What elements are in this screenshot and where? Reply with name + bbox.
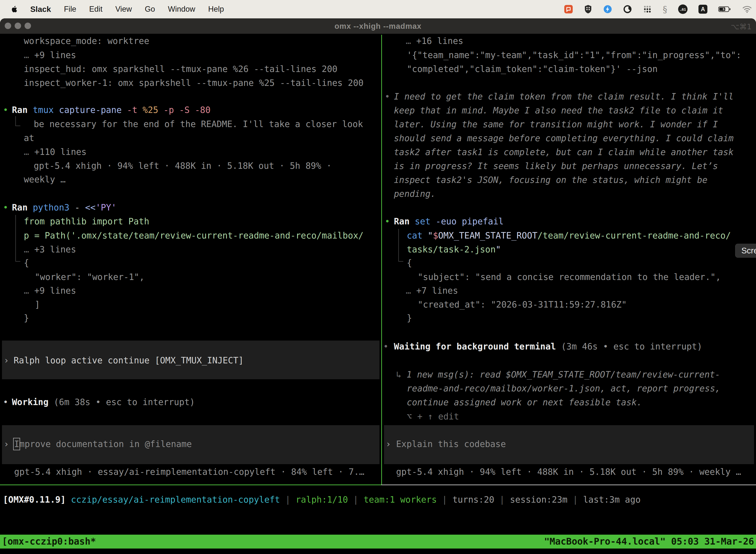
omx-status-line: [OMX#0.11.9] cczip/essay/ai-reimplementa…: [3, 493, 641, 507]
terminal-line-left-pane: workspace_mode: worktree: [24, 34, 149, 48]
terminal-line-right-pane: cat "$OMX_TEAM_STATE_ROOT/team/review-cu…: [407, 229, 731, 242]
tmux-status-bar: [omx-cczip0:bash* "MacBook-Pro-44.local"…: [0, 535, 756, 549]
terminal-line-left-pane: at: [24, 131, 34, 145]
menu-app-name[interactable]: Slack: [30, 5, 51, 14]
input-source-icon[interactable]: A: [698, 5, 707, 14]
terminal-line-right-pane: inspect task2's JSON, focusing on the st…: [394, 173, 707, 187]
terminal-line-right-pane: •: [385, 90, 390, 104]
terminal-line-left-pane: p = Path('.omx/state/team/review-current…: [24, 229, 364, 242]
terminal-line-left-pane: ]: [35, 297, 40, 312]
terminal-line-right-pane: continue assigned work or next feasible …: [407, 395, 642, 409]
terminal-line-right-pane: ⌥ + ↑ edit: [407, 409, 459, 424]
terminal-line-left-pane: be necessary for the end of the README. …: [34, 117, 363, 131]
circle-61-icon[interactable]: ..61: [678, 4, 688, 14]
terminal-line-left-pane: inspect_worker-1: omx sparkshell --tmux-…: [24, 76, 364, 90]
notice-prompt-icon: ›: [4, 353, 9, 367]
menu-item-go[interactable]: Go: [145, 5, 155, 14]
menu-bar: Slack File Edit View Go Window Help: [0, 0, 756, 18]
terminal-line-right-pane: readme-and-reco/mailbox/worker-1.json, a…: [407, 382, 720, 395]
traffic-light-minimize[interactable]: [15, 22, 21, 29]
terminal-line-right-pane: … +16 lines: [406, 34, 463, 48]
terminal-line-right-pane: should send a message before completing …: [394, 131, 734, 145]
terminal-line-left-pane: Ran tmux capture-pane -t %25 -p -S -80: [12, 103, 210, 117]
grid-dots-icon[interactable]: [643, 5, 652, 14]
wifi-icon[interactable]: [742, 5, 752, 13]
apple-menu-icon[interactable]: [10, 5, 17, 13]
terminal-line-left-pane: {: [24, 256, 29, 270]
terminal-line-left-pane: from pathlib import Path: [24, 214, 149, 228]
terminal-line-left-pane: Ran python3 - <<'PY': [12, 201, 116, 214]
spark-badge-icon[interactable]: [603, 5, 612, 14]
text-cursor: [13, 438, 20, 450]
s-curve-icon[interactable]: §: [663, 4, 667, 14]
terminal-line-right-pane: tasks/task-2.json": [407, 242, 501, 257]
terminal-line-right-pane: pending.: [394, 187, 436, 201]
indent-guide-elbow: [15, 215, 20, 262]
menu-item-file[interactable]: File: [64, 5, 76, 14]
right-input-placeholder[interactable]: Explain this codebase: [396, 437, 506, 451]
menu-item-help[interactable]: Help: [208, 5, 224, 14]
indent-guide-elbow: [15, 116, 20, 126]
terminal-line-right-pane: •: [383, 340, 388, 353]
terminal-line-left-pane: … +110 lines: [24, 145, 86, 159]
terminal-line-right-pane: … +7 lines: [406, 284, 458, 297]
window-title: omx --xhigh --madmax: [334, 22, 422, 31]
terminal-line-left-pane: weekly …: [24, 172, 66, 186]
terminal-line-left-pane: •: [3, 395, 8, 409]
screenshot-tooltip: Scre: [735, 244, 756, 258]
terminal-line-left-pane: inspect_hud: omx sparkshell --tmux-pane …: [24, 62, 337, 76]
inactive-pane-border: [381, 485, 756, 485]
terminal-line-left-pane: gpt-5.4 xhigh · essay/ai-reimplementatio…: [14, 465, 364, 479]
menu-item-edit[interactable]: Edit: [89, 5, 103, 14]
terminal-line-right-pane: Ran set -euo pipefail: [394, 214, 504, 228]
menu-status-icons: § ..61 A: [564, 4, 756, 14]
terminal-line-right-pane: {: [407, 256, 412, 270]
traffic-light-close[interactable]: [5, 22, 11, 29]
terminal-line-right-pane: Waiting for background terminal (3m 46s …: [394, 340, 702, 353]
terminal-line-right-pane: later. Using the same for transition mig…: [394, 117, 718, 131]
terminal-line-right-pane: "completed","claim_token":"claim-token"}…: [407, 62, 657, 76]
tmux-session-label: [omx-cczip0:bash*: [2, 535, 96, 549]
shield-icon[interactable]: [584, 4, 592, 14]
terminal-line-right-pane: task2 after task1 is complete, but can I…: [394, 145, 734, 159]
menu-item-view[interactable]: View: [115, 5, 132, 14]
prompt-chevron-icon: ›: [4, 437, 9, 451]
menu-item-window[interactable]: Window: [168, 5, 195, 14]
prompt-chevron-icon: ›: [386, 437, 391, 451]
ralph-loop-notice: Ralph loop active continue [OMX_TMUX_INJ…: [14, 353, 244, 367]
moon-icon[interactable]: [623, 5, 632, 14]
terminal-line-right-pane: keep that in mind. Maybe I also need the…: [394, 104, 723, 117]
terminal-line-left-pane: … +9 lines: [24, 284, 76, 297]
terminal-line-left-pane: •: [3, 103, 8, 117]
terminal-line-right-pane: "created_at": "2026-03-31T11:59:27.816Z": [418, 297, 627, 312]
tmux-host-clock: "MacBook-Pro-44.local" 05:03 31-Mar-26: [544, 535, 754, 549]
window-shortcut-hint: ⌥⌘1: [731, 22, 752, 31]
terminal-line-right-pane: gpt-5.4 xhigh · 94% left · 488K in · 5.1…: [396, 465, 741, 479]
left-input-placeholder[interactable]: Improve documentation in @filename: [14, 437, 192, 451]
tmux-pane-divider[interactable]: [381, 35, 382, 485]
terminal-line-left-pane: "worker": "worker-1",: [35, 270, 145, 284]
traffic-light-zoom[interactable]: [24, 22, 31, 29]
terminal-line-left-pane: Working (6m 38s • esc to interrupt): [12, 395, 195, 409]
chat-app-icon[interactable]: [564, 5, 573, 14]
terminal-line-left-pane: … +9 lines: [24, 48, 76, 62]
indent-guide-elbow: [398, 229, 403, 262]
terminal-line-right-pane: is in progress? It seems likely but perh…: [394, 159, 718, 173]
terminal-line-right-pane: '{"team_name":"my-team","task_id":"1","f…: [407, 48, 741, 62]
terminal-line-left-pane: }: [24, 311, 29, 325]
terminal-line-right-pane: }: [407, 311, 412, 325]
terminal-line-left-pane: … +3 lines: [24, 242, 76, 257]
terminal-line-right-pane: I need to get the claim token from the c…: [394, 90, 734, 104]
terminal-line-left-pane: •: [3, 201, 8, 214]
terminal-line-left-pane: gpt-5.4 xhigh · 94% left · 488K in · 5.1…: [34, 159, 332, 173]
terminal-line-right-pane: ↳ 1 new msg(s): read $OMX_TEAM_STATE_ROO…: [396, 368, 720, 382]
battery-icon[interactable]: [718, 6, 731, 12]
terminal-line-right-pane: •: [385, 214, 390, 228]
terminal-line-right-pane: "subject": "send a concise recommendatio…: [418, 270, 721, 284]
active-pane-border: [0, 485, 381, 485]
